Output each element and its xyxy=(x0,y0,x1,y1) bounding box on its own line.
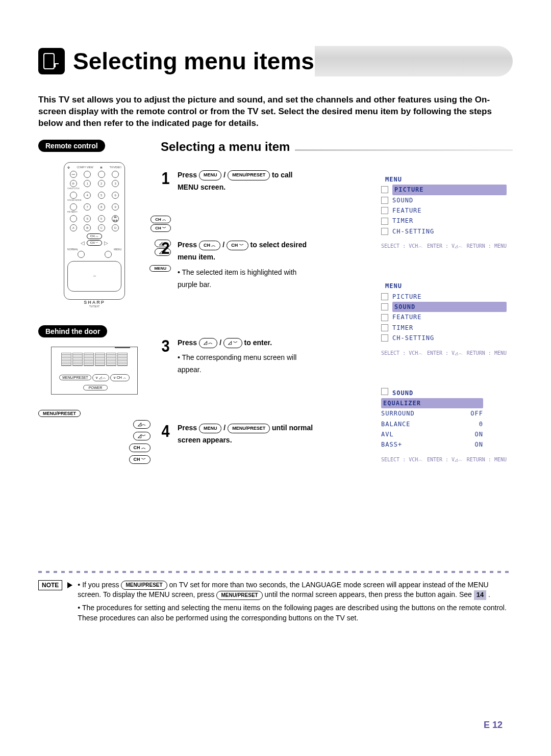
callout-ch-up-2: CH ︿ xyxy=(129,444,151,452)
step-1: 1 Press MENU / MENU/PRESET to call MENU … xyxy=(161,169,314,194)
note-arrow-icon xyxy=(67,582,72,588)
callout-ch-down-2: CH ﹀ xyxy=(129,455,151,464)
callout-vol-up-2: ◿︿ xyxy=(133,420,151,429)
osd-screen-1: MENUPICTURESOUNDFEATURETIMERCH-SETTINGSE… xyxy=(375,169,513,255)
step-4: 4 Press MENU / MENU/PRESET until normal … xyxy=(161,422,314,447)
behind-door-illustration: MENU/PRESET∨ ◿ ︿∨ CH ︿POWER xyxy=(43,347,145,395)
intro-paragraph: This TV set allows you to adjust the pic… xyxy=(38,94,513,129)
step-sub: The selected item is highlighted with pu… xyxy=(178,267,314,291)
steps-column: 1 Press MENU / MENU/PRESET to call MENU … xyxy=(161,169,314,469)
step-instruction: Press CH ︿ / CH ﹀ to select desired menu… xyxy=(178,241,307,261)
note-item: If you press MENU/PRESET on TV set for m… xyxy=(78,580,513,600)
osd-column: MENUPICTURESOUNDFEATURETIMERCH-SETTINGSE… xyxy=(321,169,513,469)
remote-icon xyxy=(38,48,65,74)
step-2: 2 Press CH ︿ / CH ﹀ to select desired me… xyxy=(161,239,314,291)
page-heading: Selecting menu items xyxy=(38,31,513,76)
callout-ch-up: CH ︿ xyxy=(151,216,171,223)
content-columns: Remote control ⏻COMFY VIEW▣TV/VIDEO ••• … xyxy=(38,140,513,469)
step-number: 2 xyxy=(161,239,169,256)
step-number: 1 xyxy=(161,169,169,187)
step-instruction: Press ◿ ︿ / ◿ ﹀ to enter. xyxy=(178,338,272,347)
osd-screen-2: MENUPICTURESOUNDFEATURETIMERCH-SETTINGSE… xyxy=(375,276,513,362)
step-instruction: Press MENU / MENU/PRESET to call MENU sc… xyxy=(178,171,293,191)
callout-ch-down: CH ﹀ xyxy=(151,224,171,232)
step-sub: The corresponding menu screen will appea… xyxy=(178,352,314,376)
heading-accent-bar xyxy=(315,46,513,76)
sub-heading-bar xyxy=(295,149,513,151)
note-section: NOTE If you press MENU/PRESET on TV set … xyxy=(38,580,513,626)
remote-control-illustration: ⏻COMFY VIEW▣TV/VIDEO ••• ⊘123 CHILD LOCK… xyxy=(48,162,140,300)
callout-menu-preset: MENU/PRESET xyxy=(38,410,81,417)
sub-heading: Selecting a menu item xyxy=(161,140,290,154)
remote-control-pill: Remote control xyxy=(38,140,105,152)
step-3: 3 Press ◿ ︿ / ◿ ﹀ to enter. The correspo… xyxy=(161,337,314,376)
note-item: The procedures for setting and selecting… xyxy=(78,603,513,623)
note-divider xyxy=(38,571,513,573)
sub-heading-row: Selecting a menu item xyxy=(161,140,513,154)
step-instruction: Press MENU / MENU/PRESET until normal sc… xyxy=(178,424,313,444)
left-column: Remote control ⏻COMFY VIEW▣TV/VIDEO ••• … xyxy=(38,140,151,469)
page-number: E 12 xyxy=(484,720,503,731)
page-title: Selecting menu items xyxy=(73,47,314,75)
osd-screen-3: SOUNDEQUALIZERSURROUNDOFFBALANCE0AVLONBA… xyxy=(375,383,513,469)
callout-menu: MENU xyxy=(149,265,171,272)
behind-door-pill: Behind the door xyxy=(38,325,107,337)
step-number: 4 xyxy=(161,422,169,439)
note-label: NOTE xyxy=(38,580,62,590)
note-body: If you press MENU/PRESET on TV set for m… xyxy=(78,580,513,626)
step-number: 3 xyxy=(161,337,169,354)
callout-vol-down-2: ◿﹀ xyxy=(133,432,151,440)
behind-door-callouts: MENU/PRESET ◿︿ ◿﹀ CH ︿ CH ﹀ xyxy=(38,410,151,464)
